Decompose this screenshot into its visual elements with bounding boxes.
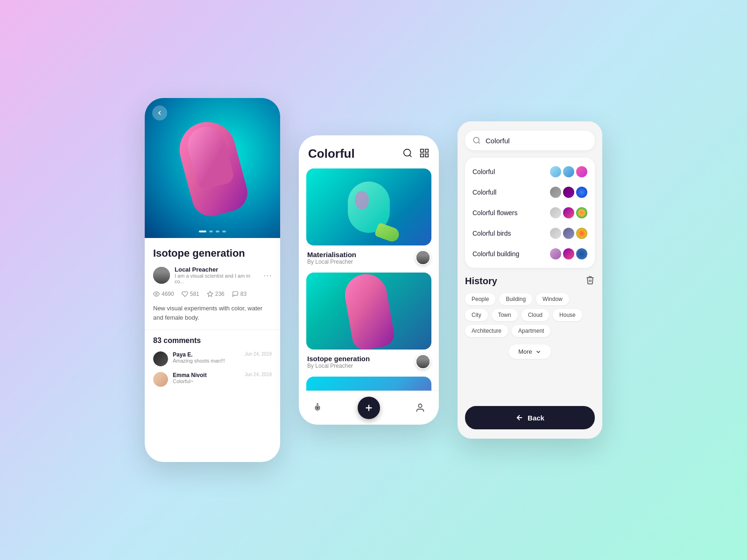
svg-rect-5: [421, 154, 423, 156]
grid-icon-button[interactable]: [419, 148, 430, 160]
tag-window[interactable]: Window: [536, 293, 569, 305]
result-thumbnails-1: [550, 166, 587, 177]
tags-row-1: People Building Window: [465, 293, 595, 305]
tag-city[interactable]: City: [465, 309, 488, 321]
thumb-3b: [563, 207, 574, 218]
more-button-container: More: [465, 343, 595, 359]
svg-point-11: [418, 404, 422, 407]
feed-post-text-2: Isotope generation By Local Preacher: [307, 355, 370, 369]
thumb-4b: [563, 228, 574, 239]
search-icon-button[interactable]: [402, 148, 413, 160]
hero-hand-visual: [145, 98, 280, 238]
tag-cloud[interactable]: Cloud: [521, 309, 549, 321]
add-post-button[interactable]: [358, 397, 380, 419]
feed-img-bg-1: [306, 168, 431, 245]
tags-row-2: City Town Cloud House: [465, 309, 595, 321]
dot-3[interactable]: [216, 231, 219, 232]
thumb-2c: [576, 187, 587, 198]
thumb-2a: [550, 187, 561, 198]
comment-item-2: Emma Nivoit Colorful~ Jun 24, 2019: [153, 372, 272, 387]
feed-card: Colorful: [299, 135, 439, 425]
feed-post-title-2: Isotope generation: [307, 355, 370, 363]
feed-footer: [299, 391, 439, 425]
mini-avatar-img-2: [416, 355, 430, 368]
feed-scroll: Materialisation By Local Preacher Isotop…: [299, 168, 439, 391]
clear-history-button[interactable]: [585, 275, 595, 287]
feed-post-info-2: Isotope generation By Local Preacher: [306, 354, 431, 369]
hand-art: [173, 116, 252, 220]
result-thumbnails-3: [550, 207, 587, 218]
thumb-5b: [563, 248, 574, 259]
result-thumbnails-5: [550, 248, 587, 259]
header-icons: [402, 148, 430, 160]
avatar-img-1: [153, 351, 168, 366]
tag-architecture[interactable]: Architecture: [465, 325, 508, 337]
feed-post-2: Isotope generation By Local Preacher: [306, 273, 431, 369]
heart-icon: [182, 291, 188, 297]
feed-post-author-1: By Local Preacher: [307, 259, 356, 265]
likes-stat: 581: [182, 291, 199, 297]
svg-marker-1: [207, 292, 213, 297]
search-input[interactable]: [486, 137, 587, 145]
author-avatar: [153, 267, 170, 284]
more-options-button[interactable]: ⋯: [263, 270, 272, 280]
tag-town[interactable]: Town: [492, 309, 518, 321]
camera-icon-button[interactable]: [308, 399, 327, 417]
result-item-2[interactable]: Colorfull: [465, 182, 595, 203]
feed-post-info-1: Materialisation By Local Preacher: [306, 250, 431, 265]
search-bar: [465, 131, 595, 150]
comment-body-2: Emma Nivoit Colorful~: [173, 372, 240, 384]
tag-apartment[interactable]: Apartment: [512, 325, 550, 337]
thumb-1a: [550, 166, 561, 177]
result-item-4[interactable]: Colorful birds: [465, 223, 595, 244]
mini-avatar-img-1: [416, 251, 430, 264]
feed-image-1[interactable]: [306, 168, 431, 245]
thumb-4a: [550, 228, 561, 239]
author-name: Local Preacher: [175, 266, 259, 273]
feed-image-2[interactable]: [306, 273, 431, 350]
result-name-2: Colorfull: [472, 189, 496, 196]
back-button[interactable]: [152, 105, 167, 120]
more-button[interactable]: More: [509, 344, 551, 359]
tag-house[interactable]: House: [553, 309, 582, 321]
face-hand: [374, 222, 401, 243]
result-item-5[interactable]: Colorful building: [465, 244, 595, 264]
dot-4[interactable]: [222, 231, 226, 232]
comment-avatar-2: [153, 372, 168, 387]
result-item-3[interactable]: Colorful flowers: [465, 203, 595, 223]
result-item-1[interactable]: Colorful: [465, 161, 595, 182]
comment-icon: [232, 291, 239, 297]
search-icon: [402, 148, 413, 158]
face-highlight: [355, 191, 369, 210]
comment-date-2: Jun 24, 2019: [245, 372, 272, 377]
profile-icon-button[interactable]: [411, 399, 430, 417]
svg-rect-4: [425, 149, 428, 152]
svg-point-0: [155, 294, 157, 295]
stars-stat: 236: [207, 291, 225, 297]
dot-1[interactable]: [199, 231, 206, 232]
hand-shape-2: [342, 273, 396, 350]
history-header: History: [465, 275, 595, 287]
result-thumbnails-4: [550, 228, 587, 239]
back-button-label: Back: [528, 414, 544, 422]
back-to-search-button[interactable]: Back: [465, 406, 595, 429]
tag-people[interactable]: People: [465, 293, 495, 305]
thumb-2b: [563, 187, 574, 198]
camera-icon: [312, 403, 323, 413]
profile-icon: [415, 403, 425, 413]
comment-item: Paya E. Amazing shoots man!!! Jun 24, 20…: [153, 351, 272, 366]
result-name-4: Colorful birds: [472, 230, 511, 237]
author-row: Local Preacher I am a visual scientist a…: [153, 266, 272, 284]
commenter-name-2: Emma Nivoit: [173, 372, 240, 378]
grid-icon: [419, 148, 430, 158]
svg-rect-6: [425, 154, 428, 156]
comments-count: 83: [240, 291, 247, 297]
feed-image-3-partial[interactable]: [306, 377, 431, 391]
search-bar-container: [458, 121, 602, 158]
dot-2[interactable]: [209, 231, 213, 232]
tag-building[interactable]: Building: [499, 293, 532, 305]
result-name-5: Colorful building: [472, 250, 519, 258]
search-icon: [472, 136, 481, 145]
back-button-row: Back: [458, 400, 602, 439]
thumb-5c: [576, 248, 587, 259]
